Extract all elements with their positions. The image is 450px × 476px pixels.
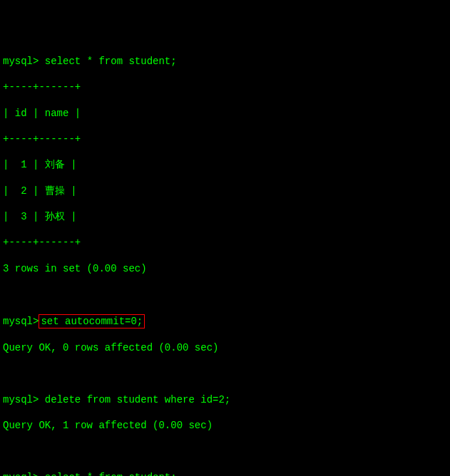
- terminal-output: mysql> set autocommit=0;: [3, 314, 447, 328]
- table-row: | 1 | 刘备 |: [3, 158, 447, 171]
- table-border: +----+------+: [3, 81, 447, 93]
- query-select-1: select * from student;: [45, 56, 177, 67]
- result-ok-1: Query OK, 1 row affected (0.00 sec): [3, 419, 447, 432]
- table-row: | 2 | 曹操 |: [3, 185, 447, 197]
- blank-line: [3, 367, 447, 380]
- prompt: mysql>: [3, 56, 39, 67]
- query-select-2: select * from student;: [45, 472, 177, 476]
- result-ok-0: Query OK, 0 rows affected (0.00 sec): [3, 341, 447, 354]
- table-header: | id | name |: [3, 107, 447, 120]
- table-row: | 3 | 孙权 |: [3, 210, 447, 223]
- table-border: +----+------+: [3, 133, 447, 145]
- result-rows-3: 3 rows in set (0.00 sec): [3, 262, 447, 275]
- terminal-output: mysql> select * from student;: [3, 55, 447, 68]
- blank-line: [3, 288, 447, 301]
- terminal-output: mysql> select * from student;: [3, 471, 447, 476]
- highlighted-command-autocommit: set autocommit=0;: [39, 314, 145, 328]
- terminal-output: mysql> delete from student where id=2;: [3, 393, 447, 406]
- table-border: +----+------+: [3, 236, 447, 249]
- prompt: mysql>: [3, 315, 39, 328]
- prompt: mysql>: [3, 472, 39, 476]
- query-delete: delete from student where id=2;: [45, 394, 230, 405]
- prompt: mysql>: [3, 394, 39, 405]
- blank-line: [3, 445, 447, 457]
